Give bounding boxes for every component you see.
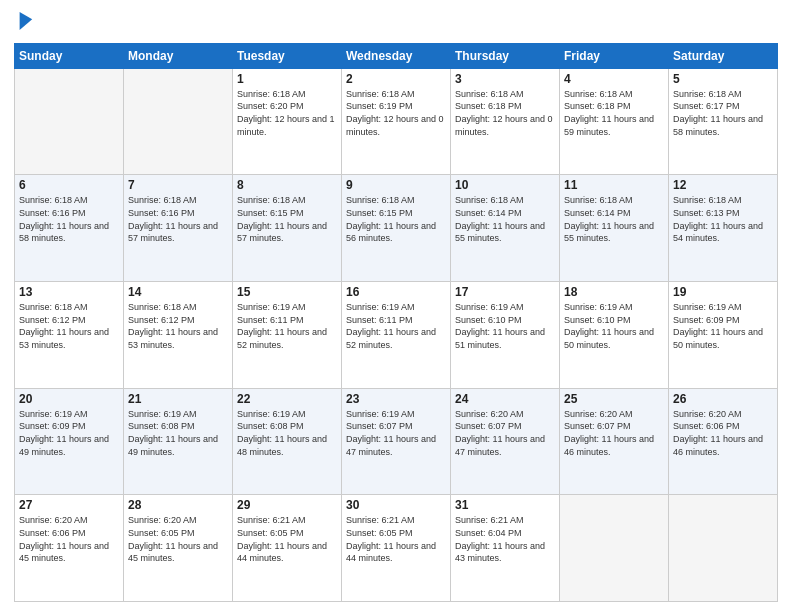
day-info: Sunrise: 6:18 AMSunset: 6:13 PMDaylight:… bbox=[673, 194, 773, 244]
day-number: 10 bbox=[455, 178, 555, 192]
calendar-cell: 30Sunrise: 6:21 AMSunset: 6:05 PMDayligh… bbox=[342, 495, 451, 602]
calendar-cell bbox=[560, 495, 669, 602]
day-info: Sunrise: 6:18 AMSunset: 6:15 PMDaylight:… bbox=[237, 194, 337, 244]
col-header-saturday: Saturday bbox=[669, 43, 778, 68]
calendar-cell: 14Sunrise: 6:18 AMSunset: 6:12 PMDayligh… bbox=[124, 282, 233, 389]
col-header-wednesday: Wednesday bbox=[342, 43, 451, 68]
day-number: 2 bbox=[346, 72, 446, 86]
day-number: 11 bbox=[564, 178, 664, 192]
calendar-cell: 12Sunrise: 6:18 AMSunset: 6:13 PMDayligh… bbox=[669, 175, 778, 282]
calendar-cell bbox=[124, 68, 233, 175]
day-info: Sunrise: 6:18 AMSunset: 6:12 PMDaylight:… bbox=[128, 301, 228, 351]
day-info: Sunrise: 6:21 AMSunset: 6:05 PMDaylight:… bbox=[237, 514, 337, 564]
day-number: 18 bbox=[564, 285, 664, 299]
logo bbox=[14, 10, 34, 37]
day-number: 27 bbox=[19, 498, 119, 512]
calendar-week-row: 6Sunrise: 6:18 AMSunset: 6:16 PMDaylight… bbox=[15, 175, 778, 282]
calendar-cell: 20Sunrise: 6:19 AMSunset: 6:09 PMDayligh… bbox=[15, 388, 124, 495]
calendar-cell: 13Sunrise: 6:18 AMSunset: 6:12 PMDayligh… bbox=[15, 282, 124, 389]
calendar-cell: 17Sunrise: 6:19 AMSunset: 6:10 PMDayligh… bbox=[451, 282, 560, 389]
calendar-cell: 9Sunrise: 6:18 AMSunset: 6:15 PMDaylight… bbox=[342, 175, 451, 282]
day-number: 8 bbox=[237, 178, 337, 192]
day-info: Sunrise: 6:19 AMSunset: 6:10 PMDaylight:… bbox=[564, 301, 664, 351]
calendar-cell: 26Sunrise: 6:20 AMSunset: 6:06 PMDayligh… bbox=[669, 388, 778, 495]
day-number: 28 bbox=[128, 498, 228, 512]
day-info: Sunrise: 6:18 AMSunset: 6:14 PMDaylight:… bbox=[564, 194, 664, 244]
day-info: Sunrise: 6:19 AMSunset: 6:07 PMDaylight:… bbox=[346, 408, 446, 458]
calendar-cell: 25Sunrise: 6:20 AMSunset: 6:07 PMDayligh… bbox=[560, 388, 669, 495]
day-info: Sunrise: 6:18 AMSunset: 6:19 PMDaylight:… bbox=[346, 88, 446, 138]
col-header-thursday: Thursday bbox=[451, 43, 560, 68]
calendar-cell bbox=[15, 68, 124, 175]
calendar-cell: 28Sunrise: 6:20 AMSunset: 6:05 PMDayligh… bbox=[124, 495, 233, 602]
calendar-header-row: SundayMondayTuesdayWednesdayThursdayFrid… bbox=[15, 43, 778, 68]
day-number: 30 bbox=[346, 498, 446, 512]
day-info: Sunrise: 6:18 AMSunset: 6:20 PMDaylight:… bbox=[237, 88, 337, 138]
calendar-week-row: 13Sunrise: 6:18 AMSunset: 6:12 PMDayligh… bbox=[15, 282, 778, 389]
calendar-cell: 3Sunrise: 6:18 AMSunset: 6:18 PMDaylight… bbox=[451, 68, 560, 175]
day-number: 9 bbox=[346, 178, 446, 192]
day-number: 26 bbox=[673, 392, 773, 406]
calendar-week-row: 20Sunrise: 6:19 AMSunset: 6:09 PMDayligh… bbox=[15, 388, 778, 495]
day-info: Sunrise: 6:18 AMSunset: 6:17 PMDaylight:… bbox=[673, 88, 773, 138]
day-info: Sunrise: 6:21 AMSunset: 6:05 PMDaylight:… bbox=[346, 514, 446, 564]
calendar-cell: 19Sunrise: 6:19 AMSunset: 6:09 PMDayligh… bbox=[669, 282, 778, 389]
calendar-cell: 5Sunrise: 6:18 AMSunset: 6:17 PMDaylight… bbox=[669, 68, 778, 175]
day-number: 24 bbox=[455, 392, 555, 406]
day-number: 21 bbox=[128, 392, 228, 406]
day-info: Sunrise: 6:20 AMSunset: 6:07 PMDaylight:… bbox=[455, 408, 555, 458]
day-info: Sunrise: 6:19 AMSunset: 6:11 PMDaylight:… bbox=[237, 301, 337, 351]
calendar-cell: 18Sunrise: 6:19 AMSunset: 6:10 PMDayligh… bbox=[560, 282, 669, 389]
day-number: 13 bbox=[19, 285, 119, 299]
day-number: 22 bbox=[237, 392, 337, 406]
day-info: Sunrise: 6:20 AMSunset: 6:06 PMDaylight:… bbox=[19, 514, 119, 564]
day-info: Sunrise: 6:19 AMSunset: 6:11 PMDaylight:… bbox=[346, 301, 446, 351]
calendar-cell: 31Sunrise: 6:21 AMSunset: 6:04 PMDayligh… bbox=[451, 495, 560, 602]
calendar-cell: 29Sunrise: 6:21 AMSunset: 6:05 PMDayligh… bbox=[233, 495, 342, 602]
col-header-tuesday: Tuesday bbox=[233, 43, 342, 68]
calendar-cell: 1Sunrise: 6:18 AMSunset: 6:20 PMDaylight… bbox=[233, 68, 342, 175]
col-header-monday: Monday bbox=[124, 43, 233, 68]
calendar-cell bbox=[669, 495, 778, 602]
day-info: Sunrise: 6:20 AMSunset: 6:05 PMDaylight:… bbox=[128, 514, 228, 564]
page-header bbox=[14, 10, 778, 37]
calendar-cell: 24Sunrise: 6:20 AMSunset: 6:07 PMDayligh… bbox=[451, 388, 560, 495]
svg-marker-0 bbox=[20, 12, 33, 30]
day-number: 1 bbox=[237, 72, 337, 86]
col-header-sunday: Sunday bbox=[15, 43, 124, 68]
day-info: Sunrise: 6:18 AMSunset: 6:16 PMDaylight:… bbox=[19, 194, 119, 244]
calendar-cell: 2Sunrise: 6:18 AMSunset: 6:19 PMDaylight… bbox=[342, 68, 451, 175]
calendar-cell: 8Sunrise: 6:18 AMSunset: 6:15 PMDaylight… bbox=[233, 175, 342, 282]
logo-icon bbox=[16, 10, 34, 32]
day-number: 12 bbox=[673, 178, 773, 192]
day-info: Sunrise: 6:19 AMSunset: 6:09 PMDaylight:… bbox=[673, 301, 773, 351]
day-info: Sunrise: 6:20 AMSunset: 6:07 PMDaylight:… bbox=[564, 408, 664, 458]
calendar-cell: 22Sunrise: 6:19 AMSunset: 6:08 PMDayligh… bbox=[233, 388, 342, 495]
calendar-week-row: 27Sunrise: 6:20 AMSunset: 6:06 PMDayligh… bbox=[15, 495, 778, 602]
day-number: 14 bbox=[128, 285, 228, 299]
calendar-cell: 6Sunrise: 6:18 AMSunset: 6:16 PMDaylight… bbox=[15, 175, 124, 282]
day-number: 7 bbox=[128, 178, 228, 192]
calendar-cell: 7Sunrise: 6:18 AMSunset: 6:16 PMDaylight… bbox=[124, 175, 233, 282]
day-info: Sunrise: 6:18 AMSunset: 6:15 PMDaylight:… bbox=[346, 194, 446, 244]
day-number: 29 bbox=[237, 498, 337, 512]
day-info: Sunrise: 6:18 AMSunset: 6:12 PMDaylight:… bbox=[19, 301, 119, 351]
day-number: 5 bbox=[673, 72, 773, 86]
calendar-week-row: 1Sunrise: 6:18 AMSunset: 6:20 PMDaylight… bbox=[15, 68, 778, 175]
day-info: Sunrise: 6:19 AMSunset: 6:10 PMDaylight:… bbox=[455, 301, 555, 351]
calendar-cell: 16Sunrise: 6:19 AMSunset: 6:11 PMDayligh… bbox=[342, 282, 451, 389]
day-number: 4 bbox=[564, 72, 664, 86]
calendar-cell: 10Sunrise: 6:18 AMSunset: 6:14 PMDayligh… bbox=[451, 175, 560, 282]
day-info: Sunrise: 6:19 AMSunset: 6:08 PMDaylight:… bbox=[237, 408, 337, 458]
day-number: 17 bbox=[455, 285, 555, 299]
calendar-cell: 11Sunrise: 6:18 AMSunset: 6:14 PMDayligh… bbox=[560, 175, 669, 282]
day-number: 20 bbox=[19, 392, 119, 406]
day-info: Sunrise: 6:18 AMSunset: 6:16 PMDaylight:… bbox=[128, 194, 228, 244]
calendar-cell: 15Sunrise: 6:19 AMSunset: 6:11 PMDayligh… bbox=[233, 282, 342, 389]
day-info: Sunrise: 6:19 AMSunset: 6:09 PMDaylight:… bbox=[19, 408, 119, 458]
day-number: 6 bbox=[19, 178, 119, 192]
calendar-cell: 27Sunrise: 6:20 AMSunset: 6:06 PMDayligh… bbox=[15, 495, 124, 602]
day-number: 19 bbox=[673, 285, 773, 299]
calendar-cell: 4Sunrise: 6:18 AMSunset: 6:18 PMDaylight… bbox=[560, 68, 669, 175]
day-info: Sunrise: 6:19 AMSunset: 6:08 PMDaylight:… bbox=[128, 408, 228, 458]
